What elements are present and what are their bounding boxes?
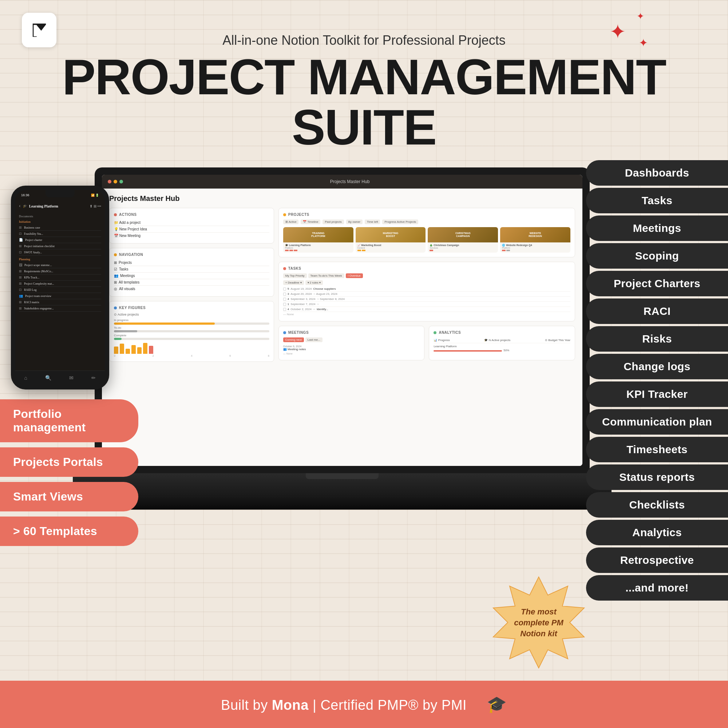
header-subtitle: All-in-one Notion Toolkit for Profession… [222,33,506,48]
pill-dashboards: Dashboards [586,160,728,186]
header: ✦ ✦ ✦ All-in-one Notion Toolkit for Prof… [0,0,728,175]
pill-risks: Risks [586,326,728,352]
pill-and-more: ...and more! [586,575,728,601]
phone-initiation-label: Initiation [19,220,101,223]
projects-dot [283,213,286,216]
project-card-website[interactable]: WEBSITEREDESIGN 🌐 Website Redesign Q4 Pl… [500,227,570,252]
bottom-bar: Built by Mona | Certified PMP® by PMI 🎓 [0,681,728,728]
deadline-filter[interactable]: + Deadline ▾ [283,280,304,285]
phone-doc-feasibility[interactable]: ⊡ Feasibility Stu... [19,231,101,237]
phone-doc-scope[interactable]: 🖼 Project scope stateme... [19,262,101,268]
task-item-3: 4 September 3, 2024 → September 8, 2024 [283,297,570,302]
notion-logo-icon [22,13,57,47]
right-feature-pills: Dashboards Tasks Meetings Scoping Projec… [586,160,728,601]
laptop-foot [73,495,612,509]
phone-search-icon[interactable]: 🔍 [45,375,51,381]
pill-status-reports: Status reports [586,465,728,490]
projects-section: PROJECTS ⊞ Active 📅 Timeline Past projec… [278,208,575,257]
phone-doc-requirements[interactable]: ⊞ Requirements (MoSCo... [19,268,101,274]
phone-back-icon[interactable]: ‹ [19,203,21,209]
task-item-5: 4 October 2, 2024 → Identify... [283,307,570,312]
meeting-item-none: — None [283,352,420,356]
tab-owner[interactable]: By owner [346,219,362,224]
nav-meetings[interactable]: 👥Meetings [114,273,269,279]
task-item-none: — None [283,312,570,317]
main-title: PROJECT MANAGEMENT SUITE [62,52,666,152]
laptop-base [73,473,612,495]
tab-overdue[interactable]: ! Overdue [346,273,363,278]
phone-nav-bar: ‹ 🎓 Learning Platform ⬆ ⊞ ••• [15,200,105,212]
phone-documents-header: Documents [19,215,101,218]
phone-doc-business-case[interactable]: ⊞ Business case [19,225,101,231]
meetings-section: MEETINGS Coming next Last me... Octo [278,326,425,360]
meetings-dot [283,331,286,334]
project-card-christmas[interactable]: CHRISTMASCAMPAIGN 🎄 Christmas Campaign S… [428,227,498,252]
pill-checklists: Checklists [586,492,728,518]
tab-progress[interactable]: Progress Active Projects [382,219,418,224]
left-pill-smart-views: Smart Views [0,482,138,511]
tasks-dot [283,267,286,270]
project-card-training[interactable]: TRAININGPLATFORM 🎓 Learning Platform Pla… [283,227,353,252]
svg-text:complete PM: complete PM [514,618,563,627]
pill-analytics: Analytics [586,520,728,545]
phone-inbox-icon[interactable]: ✉ [69,375,73,381]
key-figures-dot [114,306,117,309]
analytics-row-1: 📊 Progress 🎓 N Active projects ⊙ Budget … [434,337,570,343]
pill-retrospective: Retrospective [586,548,728,573]
laptop-screen: Projects Master Hub Projects Master Hub [102,175,583,466]
nav-visuals[interactable]: ◎All visuals [114,286,269,292]
nav-projects[interactable]: ⊞Projects [114,260,269,266]
meetings-tab-coming[interactable]: Coming next [283,337,304,342]
nav-tasks[interactable]: ☑Tasks [114,266,269,273]
sparkle-icon-1: ✦ [609,20,626,43]
left-pill-portals: Projects Portals [0,447,138,477]
phone-mockup: 16:36 📶 🔋 ‹ 🎓 Learning Platform ⬆ ⊞ ••• … [11,186,109,390]
phone-doc-raci[interactable]: ⊞ RACI matrix [19,299,101,305]
actions-section: ACTIONS 📁 Add a project 💡 New Project Id… [109,208,274,243]
key-figures-section: KEY FIGURES ⊙ Active projects In progres… [109,301,274,362]
phone-doc-charter[interactable]: 📄 Project charter [19,237,101,243]
meeting-item-1: October 9, 2024 👥 Meeting notes [283,344,420,352]
navigation-dot [114,253,117,256]
tab-timeline[interactable]: 📅 Timeline [301,219,320,224]
pill-meetings: Meetings [586,216,728,241]
laptop-mockup: Projects Master Hub Projects Master Hub [73,167,612,550]
nav-templates[interactable]: ⊞All templates [114,279,269,286]
tab-past[interactable]: Past projects [323,219,344,224]
phone-home-icon[interactable]: ⌂ [24,375,27,381]
bottom-bar-text: Built by Mona | Certified PMP® by PMI 🎓 [221,695,507,714]
phone-bottom-nav: ⌂ 🔍 ✉ ✏ [15,370,105,385]
tab-my-priority[interactable]: My Top Priority [283,273,307,278]
sparkle-icon-2: ✦ [639,37,648,49]
rules-filter[interactable]: ▾ 2 rules ▾ [305,280,323,285]
task-item-2: 3 August 20, 2024 → August 23, 2024 [283,292,570,297]
notion-topbar: Projects Master Hub [102,175,583,188]
tab-team-todo[interactable]: Team To-do's This Week [308,273,344,278]
starburst-badge: The most complete PM Notion kit [491,575,586,670]
phone-doc-kpis[interactable]: ⊞ KPIs Track... [19,274,101,281]
pill-change-logs: Change logs [586,354,728,379]
task-item-4: 1 September 7, 2024 → [283,302,570,307]
phone-doc-checklist[interactable]: ⊞ Project initiation checklist [19,243,101,249]
navigation-section: NAVIGATION ⊞Projects ☑Tasks [109,248,274,297]
phone-doc-stakeholders[interactable]: ⊞ Stakeholders engageme... [19,305,101,312]
pill-kpi-tracker: KPI Tracker [586,381,728,407]
meetings-tab-last[interactable]: Last me... [305,337,323,342]
phone-planning-label: Planning [19,258,101,261]
pill-scoping: Scoping [586,243,728,269]
pill-tasks: Tasks [586,188,728,213]
action-new-meeting[interactable]: 📅 New Meeting [114,232,269,239]
phone-doc-complexity[interactable]: ⊞ Project Complexity mat... [19,281,101,287]
action-add-project[interactable]: 📁 Add a project [114,219,269,226]
phone-doc-swot[interactable]: ⊡ SWOT Analy... [19,249,101,255]
tab-time-left[interactable]: Time left [365,219,380,224]
tab-active[interactable]: ⊞ Active [283,219,299,224]
phone-notch [46,190,75,197]
project-card-marketing[interactable]: MARKETINGBOOST 📈 Marketing Boost Content [356,227,426,252]
action-new-idea[interactable]: 💡 New Project Idea [114,226,269,232]
left-pill-templates: > 60 Templates [0,517,138,546]
phone-doc-team[interactable]: 👥 Project team overview [19,293,101,299]
notion-page-title: Projects Master Hub [109,194,575,203]
phone-profile-icon[interactable]: ✏ [91,375,96,381]
phone-doc-raid[interactable]: ⊡ RAID Log [19,287,101,293]
